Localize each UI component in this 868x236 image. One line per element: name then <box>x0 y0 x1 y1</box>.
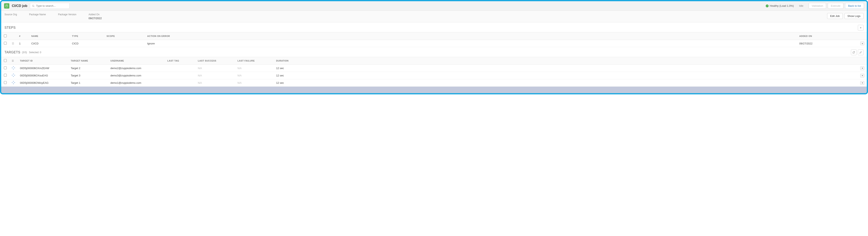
edit-targets-button[interactable] <box>858 50 864 55</box>
list-icon[interactable]: ☰ <box>12 59 14 62</box>
add-step-button[interactable] <box>858 25 864 31</box>
meta-label: Package Name <box>29 13 46 16</box>
execute-button[interactable]: Execute <box>828 3 843 9</box>
footer-strip <box>1 87 867 93</box>
target-row: 00D5j000006OXouEAGTarget 3demo3@zuppiode… <box>1 72 867 79</box>
drag-handle-icon[interactable]: ☰ <box>12 42 14 45</box>
target-last-failure: N/A <box>235 72 274 79</box>
steps-section: STEPS # NAME TYPE SCOPE ACTION ON ERROR … <box>1 22 867 47</box>
app-icon <box>4 3 9 8</box>
target-last-success: N/A <box>195 64 235 72</box>
meta-row: Source Org Package Name Package Version … <box>1 10 867 22</box>
step-type: CICD <box>69 40 104 47</box>
health-status: ✓ Healthy (Load 1.0%) <box>766 4 794 7</box>
meta-label: Added On <box>88 13 102 16</box>
refresh-targets-button[interactable] <box>851 50 857 55</box>
status-dots-icon <box>12 66 15 70</box>
topbar: CI/CD job ✓ Healthy (Load 1.0%) Idle Val… <box>1 1 867 10</box>
target-id: 00D5j000006OXmZEAW <box>18 64 68 72</box>
idle-status: Idle <box>799 4 803 7</box>
target-name: Target 3 <box>68 72 108 79</box>
target-checkbox[interactable] <box>4 74 7 77</box>
targets-section: TARGETS (3/3) Selected: 0 ☰ TARGET ID TA… <box>1 47 867 87</box>
meta-label: Package Version <box>58 13 76 16</box>
meta-source-org: Source Org <box>4 13 17 17</box>
search-icon <box>32 4 35 7</box>
target-last-success: N/A <box>195 79 235 87</box>
col-last-tag: LAST TAG <box>165 57 195 64</box>
step-name: CI/CD <box>29 40 69 47</box>
health-text: Healthy (Load 1.0%) <box>770 4 794 7</box>
target-duration: 12 sec <box>274 72 858 79</box>
col-duration: DURATION <box>274 57 858 64</box>
targets-select-all[interactable] <box>4 59 7 62</box>
target-last-failure: N/A <box>235 64 274 72</box>
target-last-tag <box>165 64 195 72</box>
step-action: Ignore <box>145 40 797 47</box>
col-type: TYPE <box>69 32 104 40</box>
page-title: CI/CD job <box>12 4 27 8</box>
step-checkbox[interactable] <box>4 42 7 45</box>
target-last-failure: N/A <box>235 79 274 87</box>
col-target-id: TARGET ID <box>18 57 68 64</box>
targets-count: (3/3) <box>22 51 27 54</box>
col-last-failure: LAST FAILURE <box>235 57 274 64</box>
target-username: demo1@zuppiodemo.com <box>108 79 165 87</box>
search-wrap <box>30 3 69 9</box>
target-duration: 12 sec <box>274 79 858 87</box>
col-username: USERNAME <box>108 57 165 64</box>
target-name: Target 1 <box>68 79 108 87</box>
target-last-tag <box>165 72 195 79</box>
refresh-icon <box>852 51 855 54</box>
step-row-menu[interactable]: ▾ <box>860 42 864 45</box>
status-dots-icon <box>12 74 15 77</box>
target-checkbox[interactable] <box>4 67 7 69</box>
meta-added-on: Added On 09/27/2022 <box>88 13 102 20</box>
target-checkbox[interactable] <box>4 81 7 84</box>
steps-table: # NAME TYPE SCOPE ACTION ON ERROR ADDED … <box>1 32 867 47</box>
edit-job-button[interactable]: Edit Job <box>827 13 843 19</box>
col-num: # <box>17 32 29 40</box>
steps-select-all[interactable] <box>4 34 7 37</box>
meta-package-name: Package Name <box>29 13 46 17</box>
step-row: ☰ 1 CI/CD CICD Ignore 09/27/2022 ▾ <box>1 40 867 47</box>
svg-rect-0 <box>6 5 7 7</box>
search-input[interactable] <box>30 3 69 9</box>
targets-selected: Selected: 0 <box>29 51 41 54</box>
col-scope: SCOPE <box>104 32 145 40</box>
step-num: 1 <box>17 40 29 47</box>
target-username: demo3@zuppiodemo.com <box>108 72 165 79</box>
pencil-icon <box>860 51 862 54</box>
col-added: ADDED ON <box>797 32 858 40</box>
target-row: 00D5j000006OWoyEAGTarget 1demo1@zuppiode… <box>1 79 867 87</box>
back-to-list-button[interactable]: Back to list <box>845 3 864 9</box>
target-name: Target 2 <box>68 64 108 72</box>
targets-title: TARGETS <box>4 51 20 54</box>
target-last-success: N/A <box>195 72 235 79</box>
plus-icon <box>860 26 862 29</box>
meta-package-version: Package Version <box>58 13 76 17</box>
svg-point-1 <box>32 5 34 6</box>
col-last-success: LAST SUCCESS <box>195 57 235 64</box>
target-row: 00D5j000006OXmZEAWTarget 2demo2@zuppiode… <box>1 64 867 72</box>
col-target-name: TARGET NAME <box>68 57 108 64</box>
status-dots-icon <box>12 81 15 84</box>
col-name: NAME <box>29 32 69 40</box>
meta-value: 09/27/2022 <box>88 17 102 20</box>
target-row-menu[interactable]: ▾ <box>860 81 864 85</box>
col-action: ACTION ON ERROR <box>145 32 797 40</box>
step-scope <box>104 40 145 47</box>
target-last-tag <box>165 79 195 87</box>
steps-title: STEPS <box>4 26 16 30</box>
validation-button[interactable]: Validation <box>809 3 826 9</box>
target-id: 00D5j000006OXouEAG <box>18 72 68 79</box>
target-row-menu[interactable]: ▾ <box>860 67 864 70</box>
target-id: 00D5j000006OWoyEAG <box>18 79 68 87</box>
targets-table: ☰ TARGET ID TARGET NAME USERNAME LAST TA… <box>1 57 867 87</box>
show-logs-button[interactable]: Show Logs <box>844 13 864 19</box>
meta-label: Source Org <box>4 13 17 16</box>
check-circle-icon: ✓ <box>766 4 769 7</box>
target-username: demo2@zuppiodemo.com <box>108 64 165 72</box>
step-added: 09/27/2022 <box>797 40 858 47</box>
target-row-menu[interactable]: ▾ <box>860 74 864 77</box>
